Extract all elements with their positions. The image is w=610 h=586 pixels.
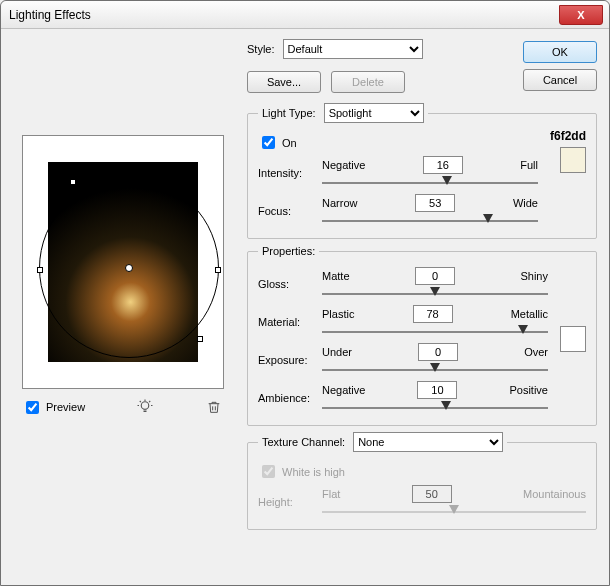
ambience-slider[interactable] [322, 401, 548, 415]
height-label: Height: [258, 496, 314, 508]
focus-input[interactable] [415, 194, 455, 212]
lightbulb-icon[interactable] [135, 397, 155, 417]
trash-icon[interactable] [204, 397, 224, 417]
light-type-select[interactable]: Spotlight [324, 103, 424, 123]
preview-footer: Preview [22, 397, 224, 417]
intensity-input[interactable] [423, 156, 463, 174]
intensity-slider[interactable] [322, 176, 538, 190]
preview-area[interactable] [22, 135, 224, 389]
light-type-legend: Light Type: Spotlight [258, 103, 428, 123]
properties-legend: Properties: [258, 245, 319, 257]
gloss-label: Gloss: [258, 278, 314, 290]
intensity-left: Negative [322, 159, 365, 171]
white-high-checkbox [262, 465, 275, 478]
properties-color-swatch[interactable] [560, 326, 586, 352]
delete-button: Delete [331, 71, 405, 93]
svg-point-0 [141, 402, 149, 410]
ok-button[interactable]: OK [523, 41, 597, 63]
dialog-body: Preview Style: Default [1, 29, 609, 585]
texture-channel-select[interactable]: None [353, 432, 503, 452]
white-high-label: White is high [282, 466, 345, 478]
preview-checkbox[interactable]: Preview [22, 398, 85, 417]
preview-image [48, 162, 198, 362]
height-slider [322, 505, 586, 519]
gloss-input[interactable] [415, 267, 455, 285]
height-input [412, 485, 452, 503]
preview-checkbox-input[interactable] [26, 401, 39, 414]
intensity-right: Full [520, 159, 538, 171]
style-label: Style: [247, 43, 275, 55]
focus-label: Focus: [258, 205, 314, 217]
texture-legend: Texture Channel: None [258, 432, 507, 452]
light-type-group: Light Type: Spotlight On Intensity: [247, 103, 597, 239]
properties-group: Properties: Gloss: MatteShiny Material: [247, 245, 597, 426]
intensity-label: Intensity: [258, 167, 314, 179]
light-color-swatch[interactable] [560, 147, 586, 173]
focus-left: Narrow [322, 197, 357, 209]
exposure-slider[interactable] [322, 363, 548, 377]
gizmo-handle[interactable] [37, 267, 43, 273]
material-input[interactable] [413, 305, 453, 323]
ambience-input[interactable] [417, 381, 457, 399]
close-button[interactable]: X [559, 5, 603, 25]
ambience-label: Ambience: [258, 392, 314, 404]
gizmo-handle[interactable] [215, 267, 221, 273]
left-column: Preview [13, 39, 233, 573]
focus-slider[interactable] [322, 214, 538, 228]
texture-group: Texture Channel: None White is high Heig… [247, 432, 597, 530]
preview-checkbox-label: Preview [46, 401, 85, 413]
exposure-input[interactable] [418, 343, 458, 361]
material-label: Material: [258, 316, 314, 328]
color-hex: f6f2dd [538, 129, 586, 143]
cancel-button[interactable]: Cancel [523, 69, 597, 91]
titlebar[interactable]: Lighting Effects X [1, 1, 609, 29]
style-select[interactable]: Default [283, 39, 423, 59]
lighting-effects-dialog: Lighting Effects X Preview [0, 0, 610, 586]
close-icon: X [577, 9, 584, 21]
on-label: On [282, 137, 297, 149]
focus-right: Wide [513, 197, 538, 209]
save-button[interactable]: Save... [247, 71, 321, 93]
material-slider[interactable] [322, 325, 548, 339]
gloss-slider[interactable] [322, 287, 548, 301]
exposure-label: Exposure: [258, 354, 314, 366]
style-row: Style: Default Save... Delete OK Cancel [247, 39, 597, 93]
on-checkbox[interactable] [262, 136, 275, 149]
right-column: Style: Default Save... Delete OK Cancel [247, 39, 597, 573]
window-title: Lighting Effects [9, 8, 91, 22]
